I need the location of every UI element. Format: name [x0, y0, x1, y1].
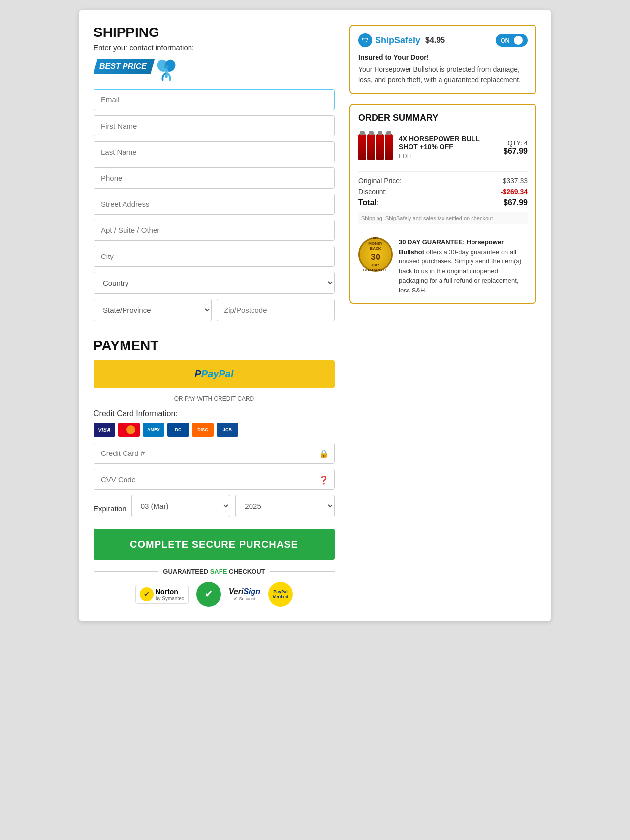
norton-badge: ✔ Norton by Symantec	[135, 585, 189, 604]
jcb-icon: JCB	[217, 423, 238, 437]
email-input[interactable]	[94, 89, 335, 110]
paypal-button[interactable]: PPayPal	[94, 360, 335, 388]
guaranteed-label-2: CHECKOUT	[229, 568, 265, 575]
complete-purchase-button[interactable]: COMPLETE SECURE PURCHASE	[94, 529, 335, 560]
first-name-input[interactable]	[94, 115, 335, 136]
shipping-title: SHIPPING	[94, 25, 335, 40]
ship-safely-body: Insured to Your Door! Your Horsepower Bu…	[358, 52, 528, 85]
badge-30: 30	[371, 252, 380, 263]
expiration-month-select[interactable]: 01 (Jan) 02 (Feb) 03 (Mar) 04 (Apr) 05 (…	[131, 495, 231, 517]
badge-back: BACK	[370, 246, 381, 251]
ship-safely-box: 🛡 ShipSafely $4.95 ON Insured to Your Do…	[349, 25, 536, 94]
discount-label: Discount:	[358, 188, 387, 195]
toggle-label: ON	[501, 37, 510, 44]
amex-icon: AMEX	[143, 423, 164, 437]
order-item: 4X HORSEPOWER BULL SHOT +10% OFF EDIT QT…	[358, 130, 528, 164]
product-image	[358, 130, 393, 164]
bottles-group	[358, 134, 393, 160]
order-item-qty: QTY: 4	[504, 139, 528, 147]
lock-icon: 🔒	[319, 449, 329, 458]
right-column: 🛡 ShipSafely $4.95 ON Insured to Your Do…	[349, 25, 536, 607]
svg-point-5	[126, 425, 135, 434]
verisign-label: VeriSign	[229, 587, 260, 596]
badge-money: MONEY	[368, 241, 382, 246]
expiration-year-select[interactable]: 2025 2026 2027 2028 2029 2030	[235, 495, 335, 517]
safe-label: SAFE	[210, 568, 227, 575]
original-price-row: Original Price: $337.33	[358, 177, 528, 185]
paypal-verified-badge: PayPalVerified	[268, 582, 293, 607]
toggle-on-button[interactable]: ON	[496, 34, 528, 47]
ribbon-icon	[157, 58, 176, 82]
total-label: Total:	[358, 198, 379, 207]
veri-text: Veri	[229, 587, 244, 596]
last-name-input[interactable]	[94, 141, 335, 162]
order-item-name: 4X HORSEPOWER BULL SHOT +10% OFF	[399, 135, 498, 151]
best-price-banner: BEST PRICE	[94, 58, 335, 82]
order-price-rows: Original Price: $337.33 Discount: -$269.…	[358, 171, 528, 207]
ship-safely-logo: 🛡 ShipSafely $4.95	[358, 33, 445, 47]
payment-title: PAYMENT	[94, 338, 335, 354]
guarantee-text: 30 DAY GUARANTEE: Horsepower Bullshot of…	[399, 237, 528, 295]
order-summary-box: ORDER SUMMARY 4X HORSEPOWER BULL SHOT +1…	[349, 104, 536, 304]
phone-input[interactable]	[94, 167, 335, 189]
apt-input[interactable]	[94, 220, 335, 241]
cvv-input[interactable]	[94, 469, 335, 490]
norton-check-icon: ✔	[140, 587, 154, 601]
expiration-row: Expiration 01 (Jan) 02 (Feb) 03 (Mar) 04…	[94, 495, 335, 522]
country-select[interactable]: Country United States Canada United King…	[94, 272, 335, 294]
ship-text: Ship	[375, 35, 394, 45]
ship-safely-name: ShipSafely	[375, 35, 420, 46]
discount-row: Discount: -$269.34	[358, 188, 528, 195]
order-item-details: 4X HORSEPOWER BULL SHOT +10% OFF EDIT	[399, 135, 498, 160]
insured-text: Your Horsepower Bullshot is protected fr…	[358, 65, 521, 84]
credit-card-field-wrapper: 🔒	[94, 443, 335, 464]
or-divider: OR PAY WITH CREDIT CARD	[94, 395, 335, 402]
best-price-label: BEST PRICE	[94, 59, 155, 74]
bottle-2	[367, 134, 375, 160]
diners-icon: DC	[167, 423, 189, 437]
sign-text: Sign	[243, 587, 260, 596]
page-container: SHIPPING Enter your contact information:…	[79, 10, 551, 621]
bottle-1	[358, 134, 366, 160]
badge-guarantee: GUARANTEE	[363, 268, 388, 273]
mcafee-badge: ✔	[196, 582, 221, 607]
ship-price: $4.95	[425, 36, 445, 45]
edit-item-link[interactable]: EDIT	[399, 153, 498, 160]
ship-shield-icon: 🛡	[358, 33, 372, 47]
help-icon: ❓	[319, 475, 329, 484]
state-zip-row: State/Province Alabama Alaska California…	[94, 299, 335, 326]
order-item-qty-price: QTY: 4 $67.99	[504, 139, 528, 156]
badge-100: 100%	[371, 236, 380, 241]
norton-name: Norton	[156, 588, 184, 596]
city-input[interactable]	[94, 246, 335, 267]
badge-day: DAY	[372, 263, 379, 268]
shipping-subtitle: Enter your contact information:	[94, 43, 335, 52]
verisign-badge: VeriSign ✔ Secured	[229, 587, 260, 601]
bottle-3	[376, 134, 384, 160]
expiration-label: Expiration	[94, 504, 126, 513]
visa-icon: VISA	[94, 423, 115, 437]
norton-text: Norton by Symantec	[156, 588, 184, 601]
trust-badges: ✔ Norton by Symantec ✔ VeriSign ✔ Secure…	[94, 582, 335, 607]
or-divider-text: OR PAY WITH CREDIT CARD	[174, 395, 254, 402]
state-select[interactable]: State/Province Alabama Alaska California…	[94, 299, 212, 321]
discount-value: -$269.34	[501, 188, 528, 195]
price-note: Shipping, ShipSafely and sales tax settl…	[358, 212, 528, 224]
credit-card-input[interactable]	[94, 443, 335, 464]
svg-point-2	[164, 65, 168, 69]
guarantee-badge: 100% MONEY BACK 30 DAY GUARANTEE	[358, 237, 393, 272]
toggle-circle	[514, 36, 523, 45]
order-item-price: $67.99	[504, 147, 528, 156]
verisign-sub: ✔ Secured	[234, 596, 255, 601]
guaranteed-label-1: GUARANTEED	[163, 568, 208, 575]
cvv-field-wrapper: ❓	[94, 469, 335, 490]
street-address-input[interactable]	[94, 194, 335, 215]
original-price-value: $337.33	[503, 177, 528, 185]
credit-card-label: Credit Card Information:	[94, 409, 335, 418]
guarantee-section: 100% MONEY BACK 30 DAY GUARANTEE 30 DAY …	[358, 231, 528, 295]
guaranteed-divider: GUARANTEED SAFE CHECKOUT	[94, 568, 335, 575]
zip-input[interactable]	[217, 299, 335, 321]
total-row: Total: $67.99	[358, 198, 528, 207]
guaranteed-text: GUARANTEED SAFE CHECKOUT	[163, 568, 265, 575]
mastercard-icon	[118, 423, 140, 437]
